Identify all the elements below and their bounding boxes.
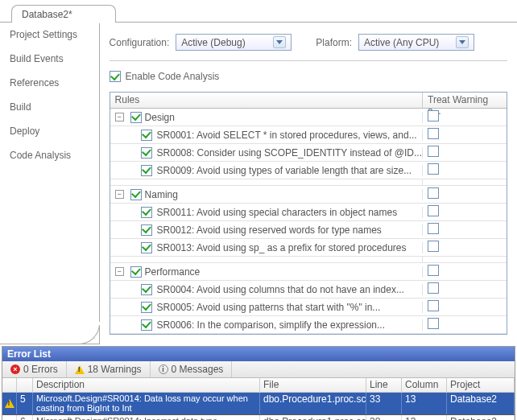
sidebar-item-build[interactable]: Build <box>0 95 99 119</box>
treat-warning-checkbox[interactable] <box>428 282 439 294</box>
warning-icon <box>75 365 85 374</box>
collapse-icon[interactable]: − <box>115 113 124 121</box>
message-icon: i <box>159 364 168 374</box>
rule-row[interactable]: SR0012: Avoid using reserved words for t… <box>110 221 507 239</box>
chevron-down-icon <box>456 36 469 48</box>
column-header-rules[interactable]: Rules <box>110 93 423 108</box>
treat-warning-checkbox[interactable] <box>428 163 439 175</box>
rule-checkbox[interactable] <box>141 319 152 331</box>
platform-combo[interactable]: Active (Any CPU) <box>358 34 474 51</box>
rule-row[interactable]: SR0005: Avoid using patterns that start … <box>110 299 507 316</box>
filter-messages-button[interactable]: i 0 Messages <box>151 361 233 377</box>
rule-row[interactable]: SR0004: Avoid using columns that do not … <box>110 281 507 299</box>
treat-warning-checkbox[interactable] <box>428 265 439 276</box>
filter-errors-button[interactable]: × 0 Errors <box>2 361 67 377</box>
enable-code-analysis-checkbox[interactable] <box>110 71 121 82</box>
filter-warnings-button[interactable]: 18 Warnings <box>67 361 151 377</box>
platform-label: Plaform: <box>316 37 352 48</box>
column-header-num[interactable] <box>17 378 33 392</box>
rule-row[interactable]: SR0011: Avoid using special characters i… <box>110 204 507 221</box>
treat-warning-checkbox[interactable] <box>428 205 439 216</box>
configuration-combo[interactable]: Active (Debug) <box>176 34 292 51</box>
error-list-panel: Error List × 0 Errors 18 Warnings i 0 Me… <box>2 346 515 420</box>
rule-row[interactable]: SR0001: Avoid SELECT * in stored procedu… <box>110 126 507 144</box>
rule-checkbox[interactable] <box>141 284 152 295</box>
sidebar: Project Settings Build Events References… <box>0 23 100 344</box>
rule-row[interactable]: SR0008: Consider using SCOPE_IDENTITY in… <box>110 144 507 162</box>
rule-checkbox[interactable] <box>141 224 152 236</box>
rule-checkbox[interactable] <box>141 242 152 253</box>
rule-checkbox[interactable] <box>141 207 152 218</box>
document-tab[interactable]: Database2* <box>11 5 116 23</box>
rule-row[interactable]: SR0013: Avoid using sp_ as a prefix for … <box>110 239 507 257</box>
rules-group-naming[interactable]: − Naming <box>110 186 507 204</box>
treat-warning-checkbox[interactable] <box>428 241 439 252</box>
rule-checkbox[interactable] <box>141 302 152 313</box>
column-header-treat[interactable]: Treat Warning a... <box>423 93 507 108</box>
group-checkbox[interactable] <box>130 112 142 123</box>
document-tab-title: Database2* <box>22 9 72 20</box>
error-icon: × <box>10 364 20 374</box>
chevron-down-icon <box>273 36 286 48</box>
collapse-icon[interactable]: − <box>115 190 124 199</box>
rule-row[interactable]: SR0009: Avoid using types of variable le… <box>110 162 507 179</box>
sidebar-item-code-analysis[interactable]: Code Analysis <box>0 143 99 167</box>
rule-checkbox[interactable] <box>141 147 152 159</box>
rule-checkbox[interactable] <box>141 165 152 176</box>
group-checkbox[interactable] <box>130 266 142 278</box>
treat-warning-checkbox[interactable] <box>428 223 439 234</box>
column-header-column[interactable]: Column <box>402 378 447 392</box>
rule-checkbox[interactable] <box>141 130 152 141</box>
sidebar-item-build-events[interactable]: Build Events <box>0 47 99 71</box>
treat-warning-checkbox[interactable] <box>428 318 439 329</box>
rules-group-design[interactable]: − Design <box>110 109 507 126</box>
treat-warning-checkbox[interactable] <box>428 300 439 311</box>
warning-icon <box>5 399 14 408</box>
enable-code-analysis-label: Enable Code Analysis <box>126 71 220 82</box>
rules-grid: Rules Treat Warning a... − Design SR0001… <box>110 92 507 335</box>
column-header-description[interactable]: Description <box>33 378 260 392</box>
configuration-value: Active (Debug) <box>181 37 245 48</box>
sidebar-item-project-settings[interactable]: Project Settings <box>0 23 99 47</box>
sidebar-item-references[interactable]: References <box>0 71 99 95</box>
sidebar-item-deploy[interactable]: Deploy <box>0 119 99 143</box>
column-header-icon[interactable] <box>2 378 17 392</box>
svg-marker-0 <box>276 40 283 44</box>
error-row[interactable]: 5 Microsoft.Design#SR0014: Data loss may… <box>2 393 515 415</box>
treat-warning-checkbox[interactable] <box>428 187 439 199</box>
error-row[interactable]: 6 Microsoft.Design#SR0014: Incorrect dat… <box>2 415 515 420</box>
treat-warning-checkbox[interactable] <box>428 128 439 139</box>
error-list-title: Error List <box>2 347 515 361</box>
collapse-icon[interactable]: − <box>115 267 124 276</box>
rules-group-performance[interactable]: − Performance <box>110 263 507 281</box>
group-checkbox[interactable] <box>130 189 142 200</box>
column-header-project[interactable]: Project <box>447 378 515 392</box>
svg-marker-1 <box>459 40 465 44</box>
platform-value: Active (Any CPU) <box>364 37 439 48</box>
column-header-file[interactable]: File <box>260 378 366 392</box>
column-header-line[interactable]: Line <box>366 378 402 392</box>
rule-row[interactable]: SR0006: In the comparison, simplify the … <box>110 316 507 334</box>
treat-warning-checkbox[interactable] <box>428 110 439 121</box>
treat-warning-checkbox[interactable] <box>428 146 439 157</box>
configuration-label: Configuration: <box>110 37 170 48</box>
